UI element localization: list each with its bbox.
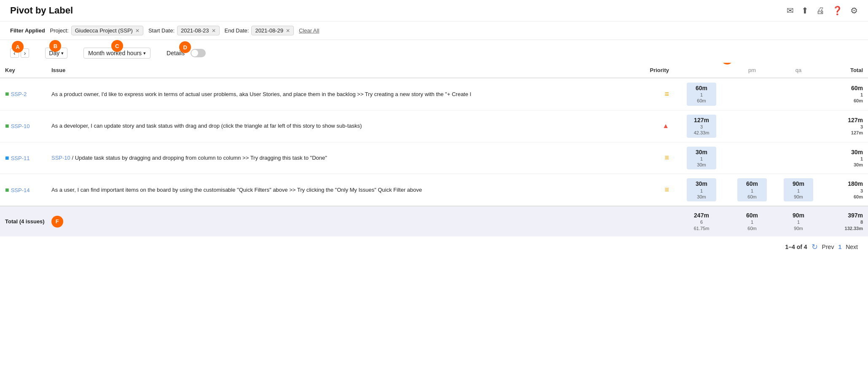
issue-key-link[interactable]: SSP-14	[11, 187, 30, 193]
project-chip-value: Giudecca Project (SSP)	[75, 27, 133, 34]
key-cell: ■SSP-2	[0, 78, 46, 110]
start-date-chip[interactable]: 2021-08-23 ✕	[177, 26, 220, 35]
issue-cell: As a user, I can find important items on…	[46, 174, 636, 206]
refresh-icon[interactable]: ↻	[812, 242, 818, 252]
total-data-cell: 180m 3 60m	[822, 174, 868, 206]
total-main-val: 180m	[848, 180, 863, 188]
key-cell: ■SSP-11	[0, 142, 46, 174]
footer-label-cell: Total (4 issues) F	[5, 216, 669, 228]
footer-pm-sub1: 1	[751, 219, 753, 225]
settings-icon[interactable]: ⚙	[850, 5, 858, 16]
clear-all-button[interactable]: Clear All	[299, 27, 319, 34]
col-qa-header: qa	[775, 63, 822, 78]
issue-key-link[interactable]: SSP-10	[11, 123, 30, 129]
total-data-block: 180m 3 60m	[848, 180, 863, 200]
story-icon: ■	[5, 186, 9, 193]
pm-data-block: 60m 1 60m	[737, 178, 767, 201]
month-chevron-icon: ▾	[143, 51, 146, 56]
col1-main-val: 127m	[694, 116, 709, 124]
footer-qa-block: 90m 1 90m	[793, 212, 804, 231]
total-data-cell: 60m 1 60m	[822, 78, 868, 110]
mail-icon[interactable]: ✉	[787, 5, 794, 16]
end-date-label: End Date:	[225, 27, 249, 34]
col1-data-cell: 127m 3 42.33m	[674, 110, 729, 142]
footer-qa-cell: 90m 1 90m	[775, 206, 822, 236]
details-toggle[interactable]	[191, 49, 206, 57]
footer-col1-cell: 247m 6 61.75m	[674, 206, 729, 236]
col-key-header: Key	[0, 63, 46, 78]
pagination-bar: 1–4 of 4 ↻ Prev 1 Next	[0, 236, 868, 257]
story-icon: ■	[5, 90, 9, 97]
footer-col1-sub2: 61.75m	[694, 225, 709, 231]
col1-data-cell: 60m 1 60m	[674, 78, 729, 110]
total-data-cell: 127m 3 127m	[822, 110, 868, 142]
col1-sub2-val: 42.33m	[694, 130, 709, 136]
footer-col1-sub1: 6	[700, 219, 703, 225]
col-pm-header: pm	[729, 63, 775, 78]
print-icon[interactable]: 🖨	[816, 6, 825, 16]
col1-sub1-val: 1	[700, 92, 703, 98]
start-date-label: Start Date:	[148, 27, 175, 34]
total-main-val: 30m	[851, 148, 863, 156]
start-date-chip-close[interactable]: ✕	[212, 28, 216, 34]
footer-pm-sub2: 60m	[747, 225, 756, 231]
col-unnamed-header: E	[674, 63, 729, 78]
table-row: ■SSP-10As a developer, I can update stor…	[0, 110, 868, 142]
page-range: 1–4 of 4	[785, 244, 807, 250]
footer-col1-main: 247m	[694, 212, 709, 219]
page-number[interactable]: 1	[838, 244, 841, 250]
prev-button[interactable]: Prev	[822, 244, 834, 250]
qa-data-cell: 90m 1 90m	[775, 174, 822, 206]
issue-key-link[interactable]: SSP-11	[11, 155, 30, 161]
end-date-chip[interactable]: 2021-08-29 ✕	[251, 26, 294, 35]
project-chip[interactable]: Giudecca Project (SSP) ✕	[71, 26, 143, 35]
total-sub2-val: 30m	[854, 162, 863, 168]
end-date-chip-close[interactable]: ✕	[286, 28, 290, 34]
priority-cell: ≡	[636, 174, 674, 206]
col1-data-block: 30m 1 30m	[687, 178, 716, 201]
footer-total-sub2: 132.33m	[845, 225, 863, 231]
medium-priority-icon: ≡	[664, 90, 669, 98]
col1-data-cell: 30m 1 30m	[674, 174, 729, 206]
col-issue-header: Issue	[46, 63, 636, 78]
medium-priority-icon: ≡	[664, 185, 669, 194]
col1-sub1-val: 1	[700, 156, 703, 162]
col1-sub2-val: 30m	[697, 194, 706, 200]
total-main-val: 127m	[848, 116, 863, 124]
total-main-val: 60m	[851, 84, 863, 92]
footer-qa-main: 90m	[793, 212, 804, 219]
pm-sub2-val: 60m	[747, 194, 756, 200]
table-row: ■SSP-11SSP-10 / Update task status by dr…	[0, 142, 868, 174]
next-button[interactable]: Next	[846, 244, 858, 250]
footer-pm-cell: 60m 1 60m	[729, 206, 775, 236]
toolbar: A ‹ › B Day ▾ C Month worked hours ▾ D D…	[0, 40, 868, 59]
upload-icon[interactable]: ⬆	[801, 5, 809, 16]
total-sub2-val: 60m	[854, 98, 863, 104]
project-label: Project:	[50, 27, 69, 34]
col1-data-block: 127m 3 42.33m	[687, 115, 716, 138]
main-table-wrapper: Key Issue Priority E pm qa Total ■SSP-2A…	[0, 63, 868, 236]
total-sub1-val: 3	[860, 124, 863, 130]
project-chip-close[interactable]: ✕	[135, 28, 140, 34]
key-cell: ■SSP-10	[0, 110, 46, 142]
pm-data-cell	[729, 78, 775, 110]
issue-cell: SSP-10 / Update task status by dragging …	[46, 142, 636, 174]
issue-key-link[interactable]: SSP-2	[11, 91, 27, 97]
footer-qa-sub1: 1	[797, 219, 800, 225]
project-filter-section: Project: Giudecca Project (SSP) ✕	[50, 26, 143, 35]
main-table: Key Issue Priority E pm qa Total ■SSP-2A…	[0, 63, 868, 236]
col1-sub2-val: 30m	[697, 162, 706, 168]
high-priority-icon: ▲	[662, 122, 669, 129]
footer-total-sub1: 8	[860, 219, 863, 225]
help-icon[interactable]: ❓	[832, 5, 843, 16]
table-row: ■SSP-14As a user, I can find important i…	[0, 174, 868, 206]
issue-prefix-link[interactable]: SSP-10	[51, 155, 70, 161]
footer-label: Total (4 issues)	[5, 218, 45, 225]
col1-main-val: 30m	[696, 148, 707, 156]
pm-data-cell	[729, 142, 775, 174]
qa-data-cell	[775, 78, 822, 110]
end-date-chip-value: 2021-08-29	[255, 27, 283, 34]
pm-data-cell: 60m 1 60m	[729, 174, 775, 206]
badge-f: F	[51, 216, 63, 228]
footer-pm-block: 60m 1 60m	[746, 212, 758, 231]
